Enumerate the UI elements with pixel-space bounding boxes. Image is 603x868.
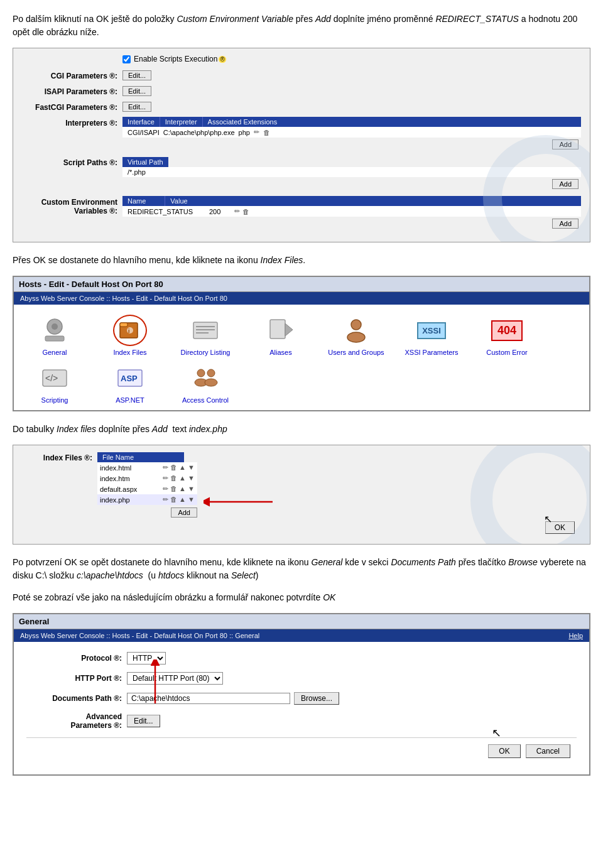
file-name-header-text: File Name	[102, 453, 134, 461]
interp-col-interpreter: Interpreter	[160, 117, 203, 127]
menu-item-directory-listing[interactable]: Directory Listing	[171, 315, 240, 356]
isapi-params-label: ISAPI Parameters ®:	[22, 85, 122, 96]
file-row-2: index.htm ✏ 🗑 ▲ ▼	[97, 473, 197, 484]
s4-title-text: General	[19, 617, 49, 626]
s4-help-link[interactable]: Help	[568, 632, 583, 639]
menu-item-aspnet[interactable]: ASP ASP.NET	[95, 362, 165, 404]
custom-error-label: Custom Error	[486, 349, 527, 356]
interp-data-row: CGI/ISAPI C:\apache\php\php.exe php ✏ 🗑	[122, 127, 581, 138]
env-delete-icon[interactable]: 🗑	[242, 208, 249, 215]
s4-breadcrumb-text: Abyss Web Server Console :: Hosts - Edit…	[20, 632, 259, 639]
cgi-params-label: CGI Parameters ®:	[22, 70, 122, 80]
interp-edit-icon[interactable]: ✏	[254, 128, 259, 136]
fastcgi-params-content: Edit...	[122, 101, 581, 112]
svg-point-14	[347, 332, 365, 342]
env-edit-icon[interactable]: ✏	[234, 207, 240, 215]
filename-2: index.htm	[100, 475, 163, 482]
svg-rect-10	[196, 332, 209, 334]
fastcgi-edit-button[interactable]: Edit...	[122, 102, 151, 112]
custom-error-icon: 404	[490, 315, 524, 346]
browse-button[interactable]: Browse...	[294, 692, 339, 705]
s2-title-text: Hosts - Edit - Default Host On Port 80	[19, 279, 163, 289]
menu-item-xssi[interactable]: XSSI XSSI Parameters	[397, 315, 466, 356]
fastcgi-params-label: FastCGI Parameters ®:	[22, 101, 122, 112]
red-arrow-docs-container	[136, 659, 174, 712]
interp-delete-icon[interactable]: 🗑	[263, 129, 270, 136]
index-add-row: Add	[97, 507, 197, 518]
xssi-icon: XSSI	[415, 315, 448, 346]
aspnet-icon: ASP	[113, 362, 147, 394]
virt-path-header: Virtual Path	[122, 157, 168, 167]
menu-item-custom-error[interactable]: 404 Custom Error	[472, 315, 541, 356]
menu-item-scripting[interactable]: </> Scripting	[20, 362, 89, 404]
file-1-icons[interactable]: ✏ 🗑 ▲ ▼	[163, 464, 195, 472]
file-row-4: index.php ✏ 🗑 ▲ ▼	[97, 494, 197, 505]
xssi-label: XSSI Parameters	[405, 349, 459, 356]
intro-para2: Přes OK se dostanete do hlavního menu, k…	[13, 254, 590, 267]
directory-listing-icon	[188, 315, 222, 346]
menu-item-index-files[interactable]: i Index Files	[95, 315, 165, 356]
general-cancel-button[interactable]: Cancel	[526, 744, 570, 758]
interpreters-row: Interpreters ®: Interface Interpreter As…	[22, 117, 581, 151]
svg-point-13	[351, 320, 361, 330]
index-files-form-content: File Name index.html ✏ 🗑 ▲ ▼ index.htm ✏…	[97, 452, 197, 518]
env-value: 200	[209, 208, 234, 215]
s4-bottom-buttons: OK Cancel	[26, 737, 577, 764]
aliases-icon	[264, 315, 298, 346]
file-4-icons[interactable]: ✏ 🗑 ▲ ▼	[163, 496, 195, 504]
svg-rect-9	[196, 329, 215, 330]
adv-params-edit-button[interactable]: Edit...	[127, 715, 160, 727]
env-col-name: Name	[122, 196, 165, 206]
s2-icons-grid: General i Index Files Directory Listing …	[14, 305, 589, 410]
general-ok-button[interactable]: OK	[488, 744, 520, 758]
cgi-params-content: Edit...	[122, 70, 581, 80]
access-control-label: Access Control	[182, 396, 229, 404]
isapi-params-content: Edit...	[122, 85, 581, 96]
file-2-icons[interactable]: ✏ 🗑 ▲ ▼	[163, 474, 195, 482]
interpreters-label: Interpreters ®:	[22, 117, 122, 127]
interp-interface: CGI/ISAPI	[128, 129, 160, 136]
cursor-icon: ↖	[492, 726, 501, 740]
intro-para3: Do tabulky Index files doplníte přes Add…	[13, 423, 590, 436]
screenshot-index-files: Index Files ®: File Name index.html ✏ 🗑 …	[13, 445, 590, 545]
users-groups-label: Users and Groups	[328, 349, 384, 356]
svg-point-1	[52, 323, 58, 330]
s4-breadcrumb: Abyss Web Server Console :: Hosts - Edit…	[14, 629, 589, 642]
screenshot-general: General Abyss Web Server Console :: Host…	[13, 613, 590, 776]
isapi-params-row: ISAPI Parameters ®: Edit...	[22, 85, 581, 96]
svg-text:ASP: ASP	[121, 374, 138, 383]
file-3-icons[interactable]: ✏ 🗑 ▲ ▼	[163, 485, 195, 493]
env-col-value: Value	[165, 196, 206, 206]
menu-item-access-control[interactable]: Access Control	[171, 362, 240, 404]
red-arrow-icon	[204, 489, 279, 514]
menu-item-general[interactable]: General	[20, 315, 89, 356]
intro-para1: Po dalším kliknutí na OK ještě do položk…	[13, 13, 590, 39]
fastcgi-params-row: FastCGI Parameters ®: Edit...	[22, 101, 581, 112]
svg-point-19	[197, 369, 205, 377]
screenshot-hosts-edit: Hosts - Edit - Default Host On Port 80 A…	[13, 276, 590, 411]
docs-path-row: Documents Path ®: C:\apache\htdocs Brows…	[26, 692, 577, 705]
users-groups-icon	[339, 315, 373, 346]
custom-env-label: Custom EnvironmentVariables ®:	[22, 196, 122, 215]
mouse-cursor-icon: ↖	[544, 513, 552, 525]
screenshot-cgi-config: Enable Scripts Execution ® CGI Parameter…	[13, 48, 590, 242]
interp-col-interface: Interface	[122, 117, 160, 127]
enable-scripts-checkbox[interactable]	[122, 55, 131, 63]
menu-item-users-groups[interactable]: Users and Groups	[322, 315, 391, 356]
file-row-3: default.aspx ✏ 🗑 ▲ ▼	[97, 484, 197, 494]
filename-4: index.php	[100, 496, 163, 504]
isapi-edit-button[interactable]: Edit...	[122, 86, 151, 96]
env-name: REDIRECT_STATUS	[128, 208, 209, 215]
arrow-container	[204, 489, 279, 516]
aliases-label: Aliases	[269, 349, 291, 356]
intro-para4: Po potvrzení OK se opět dostanete do hla…	[13, 556, 590, 582]
cgi-edit-button[interactable]: Edit...	[122, 70, 151, 80]
s2-breadcrumb: Abyss Web Server Console :: Hosts - Edit…	[14, 292, 589, 305]
interp-path: C:\apache\php\php.exe	[163, 129, 235, 136]
red-arrow-docs-icon	[136, 659, 174, 710]
index-add-button[interactable]: Add	[171, 507, 197, 518]
aspnet-label: ASP.NET	[116, 396, 144, 404]
script-paths-label: Script Paths ®:	[22, 156, 122, 167]
access-control-icon	[188, 362, 222, 394]
menu-item-aliases[interactable]: Aliases	[246, 315, 315, 356]
